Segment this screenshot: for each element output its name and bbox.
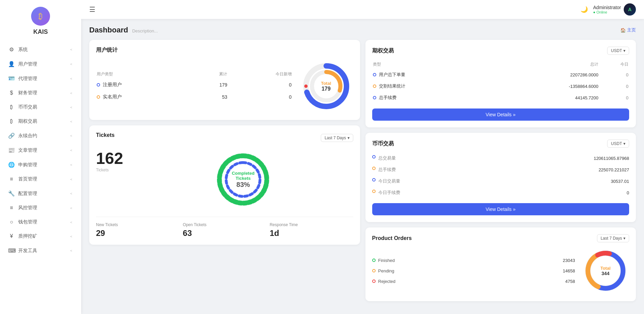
topbar: ☰ 🌙 Administrator ● Online A (81, 0, 644, 19)
sidebar-arrow-0: ＜ (69, 47, 73, 52)
futures-currency-select[interactable]: USDT ▾ (607, 47, 629, 55)
sidebar-arrow-8: ＜ (69, 162, 73, 167)
user-stats-table: 用户类型 累计 今日新增 注册用户 179 0 (96, 69, 292, 103)
coin-row-1: 总手续费 225070.221027 (372, 164, 629, 175)
dashboard-grid: 用户统计 用户类型 累计 今日新增 (89, 40, 636, 301)
user-details: Administrator ● Online (593, 5, 621, 14)
futures-currency-label: USDT (611, 48, 622, 53)
sidebar-item-8[interactable]: 🌐 申购管理 ＜ (0, 158, 81, 172)
futures-header: 期权交易 USDT ▾ (372, 47, 629, 55)
sidebar-arrow-6: ＜ (69, 133, 73, 138)
sidebar-icon-2: 🪪 (8, 75, 15, 82)
col-total: 累计 (195, 70, 227, 78)
product-donut-chart: Total 344 (582, 247, 629, 294)
futures-view-details-button[interactable]: View Details » (372, 108, 629, 121)
user-row-today-0: 0 (228, 79, 291, 91)
tickets-filter-label: Last 7 Days (325, 136, 346, 140)
sidebar-icon-5: ₿ (8, 118, 15, 124)
futures-row-type-2: 总手续费 (373, 92, 491, 103)
coin-row-name-0: 总交易量 (378, 155, 396, 161)
sidebar-item-label-10: 配置管理 (18, 191, 37, 197)
sidebar-arrow-10: ＜ (69, 191, 73, 196)
donut-label: Total (321, 81, 331, 86)
ticket-stat-val-1: 63 (183, 228, 266, 238)
user-donut-chart: Total 179 (299, 59, 353, 113)
ticket-stat-val-2: 1d (270, 228, 353, 238)
futures-row-total-1: -1358864.6000 (491, 81, 598, 92)
sidebar-icon-4: ₿ (8, 104, 15, 110)
sidebar-arrow-5: ＜ (69, 119, 73, 124)
page-desc: Description... (132, 28, 158, 33)
sidebar-icon-8: 🌐 (8, 162, 15, 168)
sidebar-icon-10: 🔧 (8, 190, 15, 197)
tickets-filter-badge[interactable]: Last 7 Days ▾ (321, 134, 353, 142)
sidebar-item-13[interactable]: ¥ 质押挖矿 ＜ (0, 229, 81, 243)
sidebar-menu: ⚙ 系统 ＜ 👤 用户管理 ＜ 🪪 代理管理 ＜ $ 财务管理 ＜ ₿ 币币交易… (0, 42, 81, 258)
ticket-stat-label-1: Open Tickets (183, 222, 266, 227)
user-row-type-0: 注册用户 (97, 79, 195, 91)
sidebar-item-4[interactable]: ₿ 币币交易 ＜ (0, 100, 81, 114)
sidebar-arrow-2: ＜ (69, 76, 73, 81)
user-status: ● Online (593, 10, 621, 14)
sidebar-icon-12: ○ (8, 219, 15, 225)
sidebar-icon-1: 👤 (8, 61, 15, 67)
coin-trade-view-details-button[interactable]: View Details » (372, 203, 629, 215)
user-name: Administrator (593, 5, 621, 10)
futures-row-type-0: 用户总下单量 (373, 69, 491, 80)
menu-icon[interactable]: ☰ (89, 5, 95, 14)
sidebar-item-5[interactable]: ₿ 期权交易 ＜ (0, 114, 81, 128)
user-dot-1 (97, 95, 100, 99)
sidebar-item-label-6: 永续合约 (18, 133, 37, 139)
sidebar-item-10[interactable]: 🔧 配置管理 ＜ (0, 186, 81, 201)
futures-row-today-0: 0 (599, 69, 628, 80)
topbar-left: ☰ (89, 5, 95, 14)
sidebar-item-11[interactable]: ≡ 风控管理 ＜ (0, 201, 81, 215)
sidebar-icon-6: 🔗 (8, 132, 15, 139)
chevron-down-icon: ▾ (623, 236, 625, 241)
product-orders-header: Product Orders Last 7 Days ▾ (372, 234, 629, 242)
sidebar-item-12[interactable]: ○ 钱包管理 ＜ (0, 215, 81, 229)
sidebar-logo: ₿ (31, 7, 50, 26)
user-row-type-1: 实名用户 (97, 91, 195, 103)
tickets-count-area: 162 Tickets (96, 149, 123, 172)
chevron-down-icon: ▾ (623, 141, 625, 146)
sidebar-item-14[interactable]: ⌨ 开发工具 ＜ (0, 243, 81, 258)
futures-table: 类型 总计 今日 用户总下单量 2207286.0000 0 交割 (372, 59, 629, 104)
ticket-stat-val-0: 29 (96, 228, 180, 238)
product-row-val-0: 23043 (563, 258, 575, 263)
product-row-2: Rejected 4758 (372, 276, 575, 287)
product-row-val-1: 14658 (563, 268, 575, 273)
sidebar-item-2[interactable]: 🪪 代理管理 ＜ (0, 71, 81, 86)
tickets-header: Tickets Last 7 Days ▾ (96, 132, 353, 144)
home-link[interactable]: 🏠 主页 (620, 27, 636, 33)
user-row-total-0: 179 (195, 79, 227, 91)
sidebar-item-9[interactable]: ≡ 首页管理 ＜ (0, 172, 81, 186)
sidebar-item-0[interactable]: ⚙ 系统 ＜ (0, 42, 81, 57)
product-orders-content: Finished 23043 Pending 14658 Rejected 47… (372, 247, 629, 294)
coin-dot-2 (372, 178, 376, 182)
sidebar-item-7[interactable]: 📰 文章管理 ＜ (0, 143, 81, 158)
sidebar-item-label-2: 代理管理 (18, 76, 37, 82)
moon-icon[interactable]: 🌙 (580, 6, 588, 13)
tickets-footer: New Tickets 29 Open Tickets 63 Response … (96, 217, 353, 238)
sidebar-item-label-4: 币币交易 (18, 104, 37, 110)
ticket-stat-label-2: Response Time (270, 222, 353, 227)
coin-row-3: 今日手续费 0 (372, 187, 629, 198)
sidebar-item-6[interactable]: 🔗 永续合约 ＜ (0, 128, 81, 143)
ticket-stat-2: Response Time 1d (270, 222, 353, 238)
coin-dot-0 (372, 155, 376, 159)
coin-trade-title: 币币交易 (372, 140, 394, 147)
sidebar-item-1[interactable]: 👤 用户管理 ＜ (0, 57, 81, 71)
user-dot-0 (97, 83, 100, 87)
coin-row-name-1: 总手续费 (378, 167, 396, 173)
ticket-stat-0: New Tickets 29 (96, 222, 180, 238)
product-row-1: Pending 14658 (372, 266, 575, 276)
coin-row-0: 总交易量 120611065.87968 (372, 152, 629, 164)
coin-trade-currency-select[interactable]: USDT ▾ (607, 140, 629, 148)
sidebar-item-label-3: 财务管理 (18, 90, 37, 96)
coin-dot-1 (372, 167, 376, 170)
sidebar-item-3[interactable]: $ 财务管理 ＜ (0, 86, 81, 100)
sidebar-icon-9: ≡ (8, 176, 15, 182)
product-orders-filter-badge[interactable]: Last 7 Days ▾ (597, 234, 629, 242)
futures-dot-0 (373, 73, 376, 76)
